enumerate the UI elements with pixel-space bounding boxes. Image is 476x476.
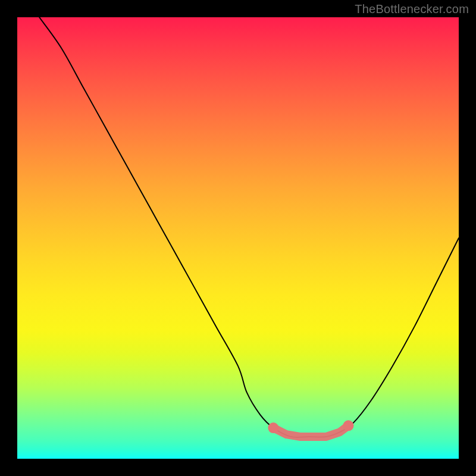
valley-marker-endpoint [268,422,278,433]
chart-canvas: TheBottlenecker.com [0,0,476,476]
valley-marker-stroke [273,425,348,437]
plot-area [17,17,459,459]
attribution-text: TheBottlenecker.com [355,2,469,16]
marker-layer [17,17,459,459]
valley-marker-endpoint [343,420,354,431]
